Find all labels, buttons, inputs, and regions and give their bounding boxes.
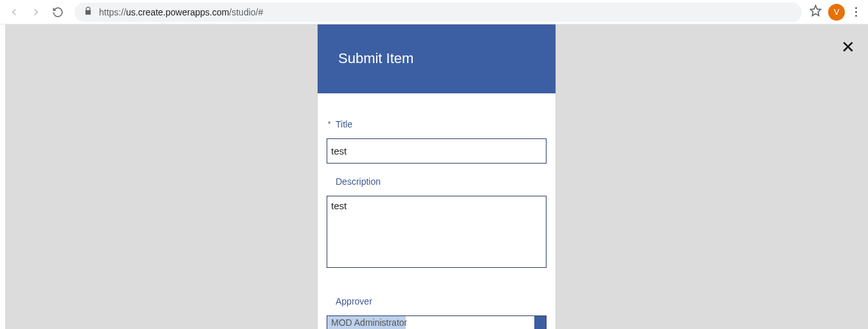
title-label: Title <box>336 119 352 129</box>
bookmark-star-icon[interactable] <box>809 5 822 19</box>
required-indicator: * <box>327 120 332 129</box>
browser-menu-icon[interactable] <box>851 7 860 17</box>
browser-toolbar: https://us.create.powerapps.com/studio/#… <box>0 0 868 24</box>
lock-icon <box>84 6 93 17</box>
description-label: Description <box>336 176 381 187</box>
profile-avatar[interactable]: V <box>828 4 845 21</box>
address-bar[interactable]: https://us.create.powerapps.com/studio/# <box>75 3 802 22</box>
close-button[interactable]: ✕ <box>841 39 855 55</box>
approver-label: Approver <box>336 296 372 306</box>
title-input[interactable] <box>327 138 547 164</box>
reload-button[interactable] <box>49 3 67 21</box>
app-header: Submit Item <box>318 24 556 93</box>
description-input[interactable] <box>327 196 547 268</box>
field-approver: * Approver <box>327 296 547 329</box>
app-canvas: Submit Item * Title * Description <box>318 24 556 329</box>
url-text: https://us.create.powerapps.com/studio/# <box>99 7 263 17</box>
page-title: Submit Item <box>338 50 413 67</box>
field-description: * Description <box>327 176 547 270</box>
approver-combo[interactable] <box>327 315 547 329</box>
back-button[interactable] <box>5 3 23 21</box>
avatar-letter: V <box>834 7 840 17</box>
approver-input[interactable] <box>327 316 534 329</box>
svg-marker-0 <box>811 6 821 16</box>
form: * Title * Description * Approver <box>318 93 556 329</box>
viewport: ✕ Submit Item * Title * Description <box>0 24 868 329</box>
field-title: * Title <box>327 119 547 164</box>
forward-button[interactable] <box>27 3 45 21</box>
approver-dropdown-button[interactable] <box>534 316 546 329</box>
